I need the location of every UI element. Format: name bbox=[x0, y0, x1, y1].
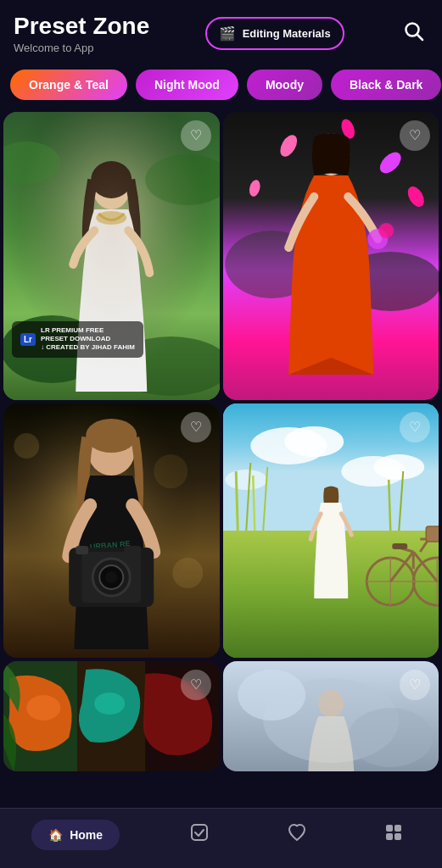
svg-point-25 bbox=[154, 454, 187, 488]
svg-rect-67 bbox=[426, 526, 439, 542]
image-card-6[interactable]: ♡ bbox=[223, 661, 439, 771]
editing-icon: 🎬 bbox=[219, 25, 236, 42]
svg-rect-81 bbox=[394, 825, 401, 832]
nav-grid-button[interactable] bbox=[377, 819, 411, 851]
svg-rect-38 bbox=[124, 546, 141, 554]
lr-badge: Lr bbox=[20, 333, 36, 346]
svg-line-1 bbox=[417, 34, 423, 40]
like-button-5[interactable]: ♡ bbox=[181, 670, 211, 700]
like-button-6[interactable]: ♡ bbox=[400, 670, 430, 700]
svg-rect-80 bbox=[386, 825, 393, 832]
svg-point-72 bbox=[26, 695, 60, 721]
svg-line-47 bbox=[236, 471, 238, 531]
app-header: Preset Zone Welcome to App 🎬 Editing Mat… bbox=[0, 0, 442, 61]
image-card-4[interactable]: ♡ bbox=[223, 403, 439, 658]
app-subtitle: Welcome to App bbox=[14, 42, 149, 54]
svg-point-77 bbox=[348, 708, 433, 767]
svg-point-73 bbox=[94, 693, 125, 715]
svg-point-37 bbox=[105, 571, 117, 583]
category-night-mood[interactable]: Night Mood bbox=[136, 70, 238, 100]
category-moody[interactable]: Moody bbox=[247, 70, 322, 100]
svg-point-21 bbox=[378, 223, 394, 238]
svg-point-78 bbox=[318, 690, 344, 717]
like-button-1[interactable]: ♡ bbox=[181, 120, 211, 151]
svg-rect-82 bbox=[386, 833, 393, 840]
svg-point-9 bbox=[91, 161, 131, 198]
nav-check-button[interactable] bbox=[182, 819, 216, 851]
svg-point-42 bbox=[284, 426, 344, 457]
image-card-5[interactable]: ♡ bbox=[3, 661, 220, 771]
header-left: Preset Zone Welcome to App bbox=[14, 14, 149, 54]
svg-point-26 bbox=[172, 558, 203, 588]
editing-materials-button[interactable]: 🎬 Editing Materials bbox=[205, 17, 344, 50]
lr-watermark: Lr LR PREMIUM FREE PRESET DOWNLOAD ↓ CRE… bbox=[12, 321, 143, 358]
image-card-2[interactable]: ♡ bbox=[223, 112, 439, 400]
svg-rect-79 bbox=[192, 825, 207, 840]
category-orange-teal[interactable]: Orange & Teal bbox=[10, 70, 127, 100]
home-icon: 🏠 bbox=[48, 828, 63, 842]
svg-point-45 bbox=[225, 470, 267, 490]
svg-point-5 bbox=[145, 154, 219, 205]
category-black-dark[interactable]: Black & Dark bbox=[331, 70, 441, 100]
bottom-navigation: 🏠 Home bbox=[0, 808, 442, 868]
like-button-2[interactable]: ♡ bbox=[400, 120, 430, 151]
nav-home-button[interactable]: 🏠 Home bbox=[31, 820, 120, 850]
like-button-3[interactable]: ♡ bbox=[181, 412, 211, 442]
like-button-4[interactable]: ♡ bbox=[400, 412, 430, 442]
image-card-3[interactable]: URBAN RE SCR XCELLENT GROU bbox=[3, 403, 220, 658]
svg-rect-66 bbox=[392, 543, 407, 549]
category-scroll: Orange & Teal Night Mood Moody Black & D… bbox=[0, 61, 442, 108]
svg-point-10 bbox=[96, 211, 126, 225]
lr-text: LR PREMIUM FREE PRESET DOWNLOAD ↓ CREATE… bbox=[41, 326, 135, 353]
nav-heart-button[interactable] bbox=[280, 819, 314, 851]
svg-point-28 bbox=[86, 419, 137, 453]
image-grid: Lr LR PREMIUM FREE PRESET DOWNLOAD ↓ CRE… bbox=[0, 108, 442, 771]
editing-materials-label: Editing Materials bbox=[243, 27, 331, 40]
image-card-1[interactable]: Lr LR PREMIUM FREE PRESET DOWNLOAD ↓ CRE… bbox=[3, 112, 220, 400]
svg-rect-39 bbox=[76, 546, 88, 554]
svg-point-8 bbox=[92, 167, 130, 209]
app-title: Preset Zone bbox=[14, 14, 149, 40]
svg-point-4 bbox=[3, 142, 60, 184]
svg-point-44 bbox=[373, 454, 424, 480]
home-label: Home bbox=[70, 828, 103, 842]
svg-point-76 bbox=[238, 670, 305, 721]
svg-rect-83 bbox=[394, 833, 401, 840]
svg-point-24 bbox=[14, 433, 39, 459]
search-button[interactable] bbox=[400, 17, 428, 51]
